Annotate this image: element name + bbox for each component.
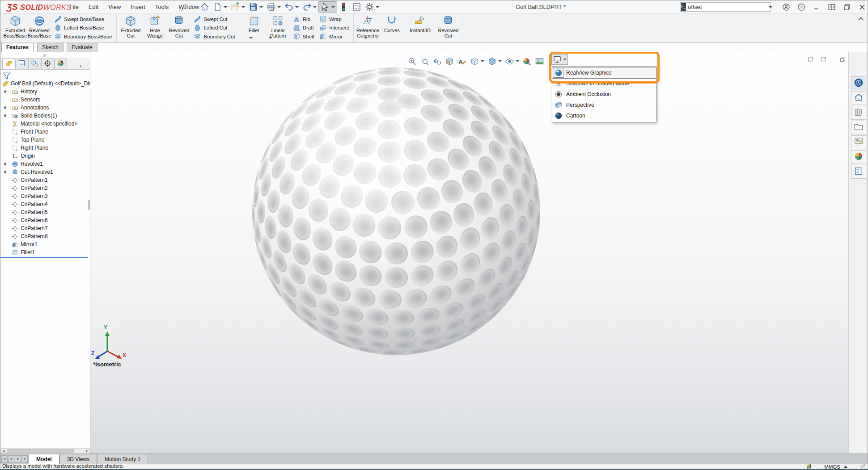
annotation-views-button[interactable]: A [457,56,468,67]
ribbon-flyout-caret[interactable] [269,37,272,39]
tree-item-history[interactable]: History [0,88,90,96]
panel-tab-appearances[interactable] [54,59,67,69]
instant3d-button[interactable]: Instant3D [408,13,432,42]
units-selector[interactable]: MMGS [824,464,847,470]
home-button[interactable] [198,1,211,13]
hide-show-button[interactable] [504,56,520,67]
search-input[interactable] [688,4,766,10]
tree-item-mirror1[interactable]: Mirror1 [0,240,90,248]
search-box[interactable]: >_ [680,2,771,12]
panel-tab-overflow-arrow[interactable]: › [80,63,81,69]
panel-tab-dimxpert[interactable] [41,59,54,69]
tree-item-solid-bodies-1[interactable]: Solid Bodies(1) [0,112,90,120]
menu-tools[interactable]: Tools [150,0,174,13]
tab-sketch[interactable]: Sketch [37,43,64,52]
tree-item-material-not-specified[interactable]: Material <not specified> [0,120,90,128]
tree-item-sensors[interactable]: Sensors [0,96,90,104]
menu-item-shadows-in-shaded-mode[interactable]: Shadows In Shaded Mode [552,78,656,89]
redo-caret[interactable] [313,6,317,8]
panel-tab-property-manager[interactable] [15,59,28,69]
lofted-boss-base-button[interactable]: Lofted Boss/Base [53,24,113,32]
panel-tab-configuration-manager[interactable] [28,59,41,69]
pane-toggle-button[interactable] [827,3,836,12]
rollback-bar[interactable] [0,257,88,258]
section-view-button[interactable] [444,56,455,67]
print-button[interactable] [265,1,283,13]
tp-home-button[interactable] [851,91,866,105]
doc-minimize-icon[interactable] [806,55,815,63]
tp-appearance-button[interactable] [851,150,866,164]
tree-item-annotations[interactable]: AAnnotations [0,104,90,112]
view-orientation-button[interactable] [469,56,485,67]
tree-item-cirpattern4[interactable]: CirPattern4 [0,200,90,208]
revolved-boss-base-button[interactable]: Revolved Boss/Base [27,13,51,42]
view-orientation-caret[interactable] [481,60,484,62]
tp-library-button[interactable] [851,106,866,120]
tree-item-cirpattern1[interactable]: CirPattern1 [0,176,90,184]
menu-insert[interactable]: Insert [126,0,150,13]
help-icon[interactable]: ? [797,3,806,12]
apply-scene-button[interactable] [534,56,545,67]
hide-show-caret[interactable] [516,60,519,62]
revolved-cut-button[interactable]: Revolved Cut [167,13,191,42]
tp-palette-button[interactable] [851,135,866,149]
search-options-caret[interactable] [769,6,772,8]
tab-nav-prev-button[interactable] [8,455,14,463]
open-button[interactable] [229,1,247,13]
tree-item-cirpattern3[interactable]: CirPattern3 [0,192,90,200]
swept-boss-base-button[interactable]: Swept Boss/Base [53,15,113,23]
options-gear-caret[interactable] [376,6,379,8]
new-document-button[interactable] [211,1,229,13]
tab-nav-last-button[interactable] [21,455,28,463]
account-icon[interactable] [782,3,791,12]
golf-ball-model[interactable] [252,67,540,355]
expand-arrow-icon[interactable] [4,170,7,174]
ribbon-collapse-button[interactable] [857,17,865,23]
tab-evaluate[interactable]: Evaluate [67,43,97,52]
extruded-cut-button[interactable]: Extruded Cut [119,13,143,42]
display-style-button[interactable] [487,56,503,67]
revolved-cut-button[interactable]: Revolved Cut [436,13,460,42]
tp-explorer-button[interactable] [851,121,866,134]
tp-resources-button[interactable] [851,76,866,90]
lofted-cut-button[interactable]: Lofted Cut [193,24,236,32]
options-gear-button[interactable] [363,1,381,13]
restore-button[interactable] [843,3,851,12]
ribbon-flyout-caret[interactable] [364,37,368,39]
fillet-button[interactable]: Fillet [242,13,266,42]
select-cursor-caret[interactable] [331,6,335,8]
rebuild-button[interactable] [337,1,350,13]
menu-file[interactable]: File [64,0,84,13]
tree-item-origin[interactable]: Origin [0,152,90,160]
mirror-button[interactable]: Mirror [318,32,350,41]
zoom-to-area-button[interactable] [419,56,430,67]
boundary-boss-base-button[interactable]: Boundary Boss/Base [53,32,113,41]
tab-features[interactable]: Features [1,43,34,52]
extruded-boss-base-button[interactable]: Extruded Boss/Base [3,13,27,42]
doc-tab-motion-study-1[interactable]: Motion Study 1 [97,454,148,464]
tree-item-front-plane[interactable]: Front Plane [0,128,90,136]
tree-item-revolve1[interactable]: Revolve1 [0,160,90,168]
menu-item-cartoon[interactable]: Cartoon [552,110,656,121]
save-caret[interactable] [259,6,263,8]
tree-item-right-plane[interactable]: Right Plane [0,144,90,152]
undo-button[interactable] [283,1,301,13]
wrap-button[interactable]: abWrap [318,15,350,23]
tp-props-button[interactable] [851,165,866,179]
ribbon-flyout-caret[interactable] [157,37,161,39]
tab-nav-first-button[interactable] [1,455,8,463]
scroll-left-button[interactable] [0,449,6,453]
panel-tab-part[interactable] [2,59,15,69]
menu-item-perspective[interactable]: Perspective [552,100,656,110]
tree-item-cirpattern7[interactable]: CirPattern7 [0,224,90,232]
close-button[interactable] [858,3,867,12]
tree-item-cirpattern6[interactable]: CirPattern6 [0,216,90,224]
doc-tab-model[interactable]: Model [29,454,59,464]
swept-cut-button[interactable]: Swept Cut [193,15,236,23]
tree-item-cirpattern5[interactable]: CirPattern5 [0,208,90,216]
redo-button[interactable] [301,1,318,13]
tree-horizontal-scrollbar[interactable] [0,448,90,453]
view-settings-caret[interactable] [563,59,567,60]
panel-splitter-dot[interactable] [43,54,46,57]
doc-tab-3d-views[interactable]: 3D Views [59,454,97,464]
